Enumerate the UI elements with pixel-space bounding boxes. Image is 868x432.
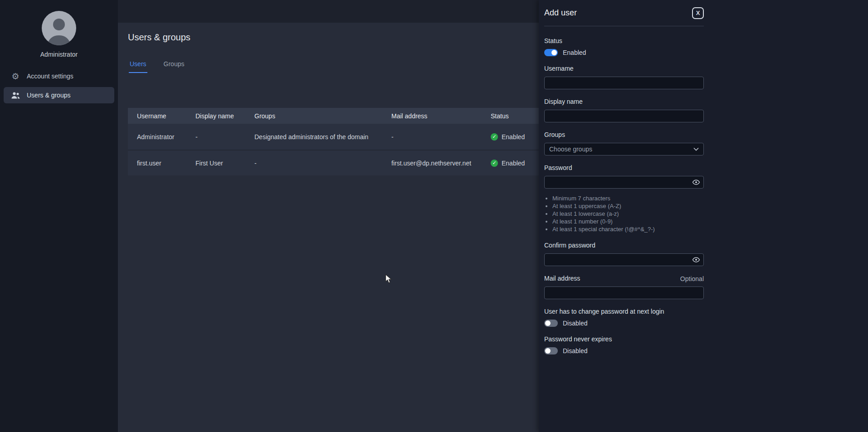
status-toggle[interactable] xyxy=(544,49,558,56)
tab-users[interactable]: Users xyxy=(129,60,147,73)
sidebar-item-label: Users & groups xyxy=(27,92,70,99)
cell-groups: Designated administrators of the domain xyxy=(254,133,391,141)
password-expires-field: Password never expires Disabled xyxy=(544,335,704,354)
requirement-item: At least 1 lowercase (a-z) xyxy=(552,210,704,218)
column-header-username: Username xyxy=(137,112,195,120)
mail-input[interactable] xyxy=(544,286,704,299)
sidebar: Administrator ⚙ Account settings Users &… xyxy=(0,0,118,432)
avatar-username: Administrator xyxy=(40,51,78,58)
password-expires-toggle[interactable] xyxy=(544,347,558,354)
cell-username: first.user xyxy=(137,160,195,167)
users-icon xyxy=(11,92,20,99)
password-input[interactable] xyxy=(544,176,704,189)
display-name-label: Display name xyxy=(544,98,704,106)
show-password-icon[interactable] xyxy=(692,257,700,263)
password-field: Password Minimum 7 characters At least 1… xyxy=(544,164,704,233)
username-field: Username xyxy=(544,65,704,89)
change-password-toggle-state: Disabled xyxy=(563,320,587,327)
cell-mail: first.user@dp.nethserver.net xyxy=(391,160,491,167)
chevron-down-icon xyxy=(693,147,699,151)
requirement-item: Minimum 7 characters xyxy=(552,194,704,202)
mail-field: Mail address Optional xyxy=(544,275,704,299)
confirm-password-label: Confirm password xyxy=(544,242,704,249)
column-header-display-name: Display name xyxy=(195,112,254,120)
password-expires-toggle-state: Disabled xyxy=(563,347,587,354)
sidebar-item-users-groups[interactable]: Users & groups xyxy=(4,87,114,103)
username-input[interactable] xyxy=(544,77,704,89)
mouse-cursor xyxy=(384,274,393,286)
gear-icon: ⚙ xyxy=(11,72,20,81)
close-icon[interactable]: X xyxy=(692,7,704,19)
change-password-field: User has to change password at next logi… xyxy=(544,308,704,327)
requirement-item: At least 1 uppercase (A-Z) xyxy=(552,202,704,210)
cell-mail: - xyxy=(391,133,491,141)
groups-select[interactable]: Choose groups xyxy=(544,143,704,155)
password-label: Password xyxy=(544,164,704,172)
password-expires-label: Password never expires xyxy=(544,335,704,343)
groups-select-placeholder: Choose groups xyxy=(549,146,592,153)
requirement-item: At least 1 special character (!@#^&_?-) xyxy=(552,225,704,233)
change-password-label: User has to change password at next logi… xyxy=(544,308,704,316)
confirm-password-field: Confirm password xyxy=(544,242,704,266)
status-toggle-state: Enabled xyxy=(563,49,586,56)
optional-hint: Optional xyxy=(680,275,704,282)
column-header-groups: Groups xyxy=(254,112,391,120)
avatar xyxy=(42,11,76,45)
check-circle-icon: ✓ xyxy=(491,133,498,141)
display-name-input[interactable] xyxy=(544,110,704,122)
person-icon xyxy=(42,11,76,45)
change-password-toggle[interactable] xyxy=(544,320,558,327)
page-title: Users & groups xyxy=(128,32,190,43)
requirement-item: At least 1 number (0-9) xyxy=(552,218,704,225)
display-name-field: Display name xyxy=(544,98,704,122)
confirm-password-input[interactable] xyxy=(544,253,704,266)
column-header-mail: Mail address xyxy=(391,112,491,120)
add-user-panel: Add user X Status Enabled Username Displ… xyxy=(539,0,868,432)
password-requirements: Minimum 7 characters At least 1 uppercas… xyxy=(552,194,704,233)
show-password-icon[interactable] xyxy=(692,179,700,185)
sidebar-item-label: Account settings xyxy=(27,73,73,80)
panel-header: Add user X xyxy=(544,0,704,26)
cell-username: Administrator xyxy=(137,133,195,141)
groups-label: Groups xyxy=(544,131,704,139)
status-field: Status Enabled xyxy=(544,37,704,56)
groups-field: Groups Choose groups xyxy=(544,131,704,155)
cell-display-name: First User xyxy=(195,160,254,167)
tabs: Users Groups xyxy=(129,60,185,73)
status-badge: Enabled xyxy=(502,160,525,167)
panel-title: Add user xyxy=(544,8,577,18)
check-circle-icon: ✓ xyxy=(491,160,498,167)
status-label: Status xyxy=(544,37,704,45)
username-label: Username xyxy=(544,65,704,73)
cell-display-name: - xyxy=(195,133,254,141)
tab-groups[interactable]: Groups xyxy=(163,60,185,73)
mail-label: Mail address xyxy=(544,275,580,282)
user-profile: Administrator xyxy=(0,0,118,58)
sidebar-nav: ⚙ Account settings Users & groups xyxy=(0,68,118,103)
status-badge: Enabled xyxy=(502,133,525,141)
cell-groups: - xyxy=(254,160,391,167)
sidebar-item-account-settings[interactable]: ⚙ Account settings xyxy=(0,68,118,84)
